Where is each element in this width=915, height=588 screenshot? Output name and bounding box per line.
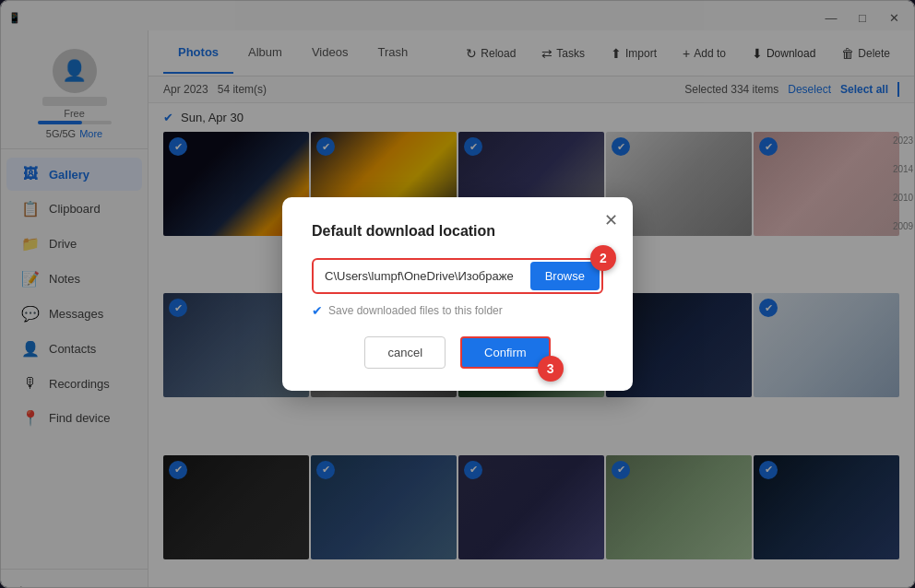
step-3-badge: 3: [538, 356, 564, 382]
confirm-wrapper: Confirm 3: [460, 336, 551, 369]
browse-button[interactable]: Browse: [530, 262, 600, 290]
modal-title: Default download location: [312, 223, 603, 240]
hint-check-icon: ✔: [312, 303, 323, 318]
download-location-modal: Default download location ✕ Browse 2 ✔ S…: [282, 197, 633, 391]
modal-input-row: Browse: [312, 258, 603, 294]
modal-overlay: Default download location ✕ Browse 2 ✔ S…: [0, 0, 915, 588]
modal-actions: cancel Confirm 3: [312, 336, 603, 369]
modal-hint-text: Save downloaded files to this folder: [328, 304, 503, 317]
path-input[interactable]: [315, 262, 523, 290]
step-2-badge: 2: [590, 245, 616, 271]
modal-hint: ✔ Save downloaded files to this folder: [312, 303, 603, 318]
cancel-button[interactable]: cancel: [364, 336, 446, 369]
modal-close-button[interactable]: ✕: [604, 210, 618, 230]
confirm-button[interactable]: Confirm: [460, 336, 551, 369]
modal-input-wrapper: Browse 2: [312, 258, 603, 294]
